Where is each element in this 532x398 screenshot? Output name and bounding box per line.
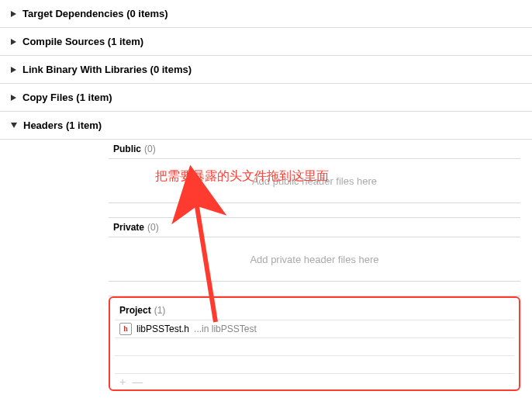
- list-footer: + —: [115, 374, 514, 389]
- headers-content: Public (0) Add public header files here …: [0, 140, 532, 391]
- header-file-row[interactable]: h libPSSTest.h ...in libPSSTest: [115, 320, 514, 338]
- phase-compile-sources[interactable]: Compile Sources (1 item): [0, 28, 532, 56]
- disclosure-right-icon: [11, 95, 16, 101]
- spacer: [109, 203, 520, 218]
- section-count: (0): [144, 144, 156, 154]
- phase-label: Target Dependencies (0 items): [22, 8, 168, 19]
- section-label: Private: [113, 222, 144, 233]
- phase-label: Headers (1 item): [23, 119, 102, 131]
- file-name: libPSSTest.h: [136, 324, 189, 334]
- add-icon[interactable]: +: [119, 376, 126, 388]
- disclosure-right-icon: [11, 67, 16, 73]
- section-count: (0): [147, 222, 159, 233]
- private-headers-dropzone[interactable]: Add private header files here: [109, 237, 520, 282]
- phase-label: Copy Files (1 item): [22, 92, 112, 103]
- project-headers-highlight: Project (1) h libPSSTest.h ...in libPSST…: [109, 296, 520, 391]
- phase-label: Link Binary With Libraries (0 items): [22, 64, 192, 75]
- headers-public-section[interactable]: Public (0): [109, 140, 520, 159]
- disclosure-right-icon: [11, 39, 16, 45]
- disclosure-right-icon: [11, 11, 16, 17]
- section-label: Project: [119, 305, 151, 316]
- phase-copy-files[interactable]: Copy Files (1 item): [0, 84, 532, 112]
- remove-icon[interactable]: —: [132, 376, 143, 388]
- phase-headers[interactable]: Headers (1 item): [0, 112, 532, 140]
- phase-link-binary[interactable]: Link Binary With Libraries (0 items): [0, 56, 532, 84]
- dropzone-placeholder: Add private header files here: [250, 254, 378, 265]
- public-headers-dropzone[interactable]: Add public header files here: [109, 159, 520, 203]
- spacer: [109, 282, 520, 296]
- phase-label: Compile Sources (1 item): [22, 36, 143, 47]
- headers-project-section[interactable]: Project (1): [115, 301, 514, 320]
- dropzone-placeholder: Add public header files here: [252, 175, 377, 187]
- file-location: ...in libPSSTest: [194, 324, 257, 334]
- section-label: Public: [113, 144, 141, 154]
- disclosure-down-icon: [11, 123, 17, 128]
- empty-row[interactable]: [115, 338, 514, 356]
- headers-private-section[interactable]: Private (0): [109, 218, 520, 237]
- empty-row[interactable]: [115, 356, 514, 374]
- phase-target-dependencies[interactable]: Target Dependencies (0 items): [0, 0, 532, 28]
- header-file-icon: h: [119, 323, 132, 335]
- section-count: (1): [154, 305, 166, 316]
